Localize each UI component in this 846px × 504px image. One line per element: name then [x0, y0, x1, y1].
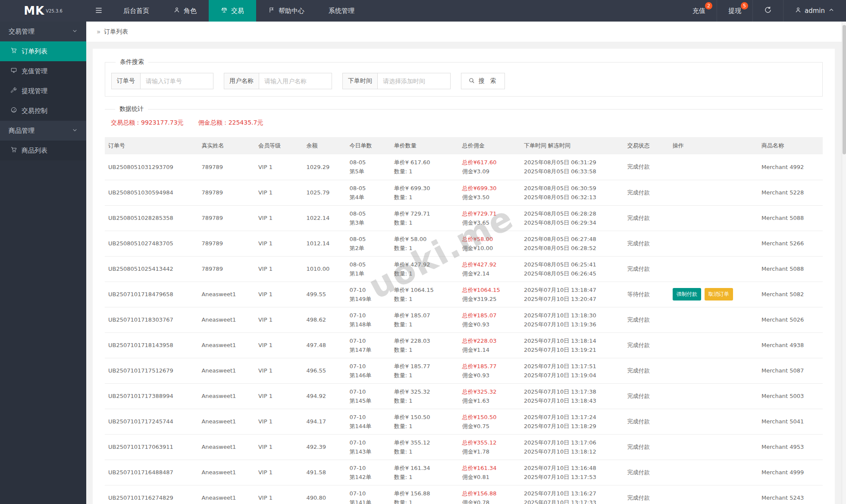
cell-order-id: UB2508051025413442 — [105, 256, 198, 282]
gavel-icon — [10, 87, 17, 95]
breadcrumb: » 订单列表 — [86, 22, 846, 42]
cell-real-name: 789789 — [198, 256, 255, 282]
sidebar-toggle-button[interactable] — [86, 0, 111, 22]
sidebar-group-trade-management[interactable]: 交易管理 — [0, 22, 86, 41]
sidebar-item-withdraw-management[interactable]: 提现管理 — [0, 81, 86, 101]
cell-line-1: 总价¥161.34 — [462, 463, 517, 473]
cell-total-commission: 总价¥699.30佣金¥3.50 — [459, 180, 520, 205]
cell-line-2: 第148单 — [349, 320, 387, 329]
stats-panel: 数据统计 交易总额：9923177.73元 佣金总额：225435.7元 — [105, 105, 823, 129]
table-row: UB2508051030594984789789VIP 11025.7908-0… — [105, 180, 823, 205]
nav-item-dashboard[interactable]: 后台首页 — [111, 0, 161, 22]
cell-balance: 1025.79 — [303, 180, 346, 205]
sidebar-group-product-management[interactable]: 商品管理 — [0, 121, 86, 141]
cell-status: 完成付款 — [624, 383, 669, 409]
order-time-input[interactable] — [378, 73, 450, 89]
top-bar-right: 充值 2 提现 5 admin — [681, 0, 846, 22]
withdraw-button[interactable]: 提现 5 — [717, 0, 752, 22]
cell-line-2: 数量: 1 — [394, 498, 455, 504]
cell-line-1: 总价¥699.30 — [462, 184, 517, 193]
user-menu[interactable]: admin — [783, 0, 846, 22]
cell-line-1: 07-10 — [349, 387, 387, 396]
cell-total-commission: 总价¥150.50佣金¥0.75 — [459, 409, 520, 434]
cell-times: 2025年07月10日 13:16:482025年07月10日 13:17:53 — [520, 460, 624, 485]
cell-line-1: 2025年07月10日 13:16:48 — [524, 463, 620, 473]
cell-vip-level: VIP 1 — [255, 434, 303, 460]
nav-item-help-center[interactable]: 帮助中心 — [256, 0, 316, 22]
cell-times: 2025年08月05日 06:25:412025年08月05日 06:26:45 — [520, 256, 624, 282]
cell-real-name: Aneasweet1 — [198, 358, 255, 383]
order-no-input[interactable] — [141, 73, 213, 89]
search-button-label: 搜 索 — [479, 77, 498, 85]
sidebar-item-product-list[interactable]: 商品列表 — [0, 141, 86, 160]
username-input[interactable] — [259, 73, 332, 89]
cell-line-1: 单价¥ 729.71 — [394, 209, 455, 218]
cancel-order-button[interactable]: 取消订单 — [705, 288, 733, 301]
cell-product-name: Merchant 5228 — [758, 180, 823, 205]
cell-actions — [669, 434, 758, 460]
cell-line-1: 单价¥ 355.12 — [394, 438, 455, 447]
cell-line-1: 2025年08月05日 06:31:29 — [524, 158, 620, 167]
cell-line-2: 数量: 1 — [394, 244, 455, 253]
table-row: UB2508051027483705789789VIP 11012.1408-0… — [105, 231, 823, 256]
recharge-button[interactable]: 充值 2 — [681, 0, 717, 22]
cell-line-2: 佣金¥0.93 — [462, 320, 517, 329]
sidebar-item-trade-control[interactable]: 交易控制 — [0, 101, 86, 121]
cart-icon — [10, 146, 17, 155]
cell-order-id: UB2507101718479658 — [105, 282, 198, 307]
cell-product-name: Merchant 5088 — [758, 256, 823, 282]
cell-line-1: 07-10 — [349, 336, 387, 345]
scrollbar-thumb[interactable] — [843, 25, 846, 154]
cell-line-2: 2025年08月05日 06:29:34 — [524, 218, 620, 227]
cell-line-2: 佣金¥10.00 — [462, 244, 517, 253]
sidebar-item-recharge-management[interactable]: 充值管理 — [0, 61, 86, 81]
cell-balance: 491.58 — [303, 460, 346, 485]
cell-vip-level: VIP 1 — [255, 256, 303, 282]
refresh-button[interactable] — [752, 0, 783, 22]
cell-order-id: UB2508051028285358 — [105, 205, 198, 231]
cell-line-1: 2025年07月10日 13:17:51 — [524, 362, 620, 371]
refresh-icon — [764, 6, 772, 16]
username-field-group: 用户名称 — [224, 73, 332, 89]
cell-actions — [669, 358, 758, 383]
cell-daily-orders: 07-10第144单 — [346, 409, 390, 434]
cell-daily-orders: 07-10第146单 — [346, 358, 390, 383]
cell-real-name: 789789 — [198, 154, 255, 180]
cell-actions — [669, 205, 758, 231]
cell-total-commission: 总价¥325.32佣金¥1.63 — [459, 383, 520, 409]
cell-line-2: 佣金¥0.93 — [462, 371, 517, 380]
cell-total-commission: 总价¥355.12佣金¥1.78 — [459, 434, 520, 460]
cell-total-commission: 总价¥617.60佣金¥3.09 — [459, 154, 520, 180]
cell-product-name: Merchant 5087 — [758, 358, 823, 383]
column-header: 总价佣金 — [459, 137, 520, 154]
cell-actions — [669, 307, 758, 332]
cell-line-2: 佣金¥0.75 — [462, 422, 517, 431]
cell-product-name: Merchant 4992 — [758, 154, 823, 180]
nav-item-label: 角色 — [184, 7, 197, 15]
cell-actions — [669, 383, 758, 409]
cell-line-2: 数量: 1 — [394, 422, 455, 431]
cell-vip-level: VIP 1 — [255, 358, 303, 383]
nav-item-system-management[interactable]: 系统管理 — [316, 0, 367, 22]
force-pay-button[interactable]: 强制付款 — [673, 288, 701, 301]
cell-line-1: 单价¥ 58.00 — [394, 235, 455, 244]
cell-product-name: Merchant 5243 — [758, 485, 823, 504]
cell-actions — [669, 231, 758, 256]
sidebar: 交易管理 订单列表 充值管理 提现管理 交易控制 商品管理 — [0, 22, 86, 504]
cell-order-id: UB2507101718143958 — [105, 332, 198, 358]
cell-line-2: 2025年08月05日 06:26:45 — [524, 269, 620, 278]
order-time-field-group: 下单时间 — [342, 73, 451, 89]
nav-item-trade[interactable]: 交易 — [209, 0, 256, 22]
cell-line-2: 数量: 1 — [394, 167, 455, 176]
cell-vip-level: VIP 1 — [255, 485, 303, 504]
cell-line-2: 数量: 1 — [394, 473, 455, 482]
page-scrollbar[interactable] — [842, 22, 846, 504]
cell-daily-orders: 08-05第2单 — [346, 231, 390, 256]
cell-line-1: 总价¥185.07 — [462, 311, 517, 320]
nav-item-roles[interactable]: 角色 — [161, 0, 209, 22]
cart-icon — [10, 47, 17, 56]
table-row: UB2507101716488487Aneasweet1VIP 1491.580… — [105, 460, 823, 485]
search-button[interactable]: 搜 索 — [461, 73, 505, 89]
cell-balance: 498.62 — [303, 307, 346, 332]
sidebar-item-order-list[interactable]: 订单列表 — [0, 41, 86, 61]
